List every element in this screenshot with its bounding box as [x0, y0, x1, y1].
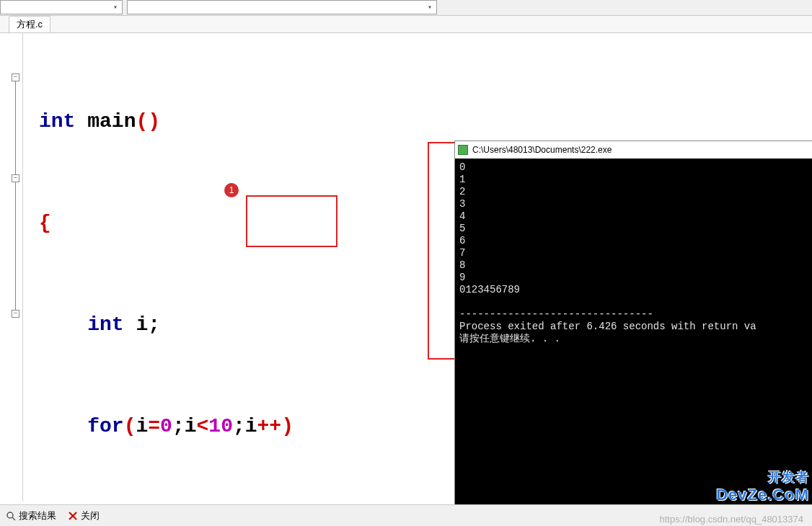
gutter: − − − — [0, 33, 23, 502]
fold-guide — [15, 182, 16, 312]
fold-minus-icon[interactable]: − — [12, 310, 19, 318]
fold-minus-icon[interactable]: − — [12, 174, 19, 182]
chevron-down-icon: ▾ — [425, 2, 435, 12]
fold-minus-icon[interactable]: − — [12, 73, 19, 81]
toolbar: ▾ ▾ — [0, 0, 812, 16]
watermark-url: https://blog.csdn.net/qq_48013374 — [660, 514, 804, 525]
close-icon — [68, 511, 78, 521]
console-body[interactable]: 0 1 2 3 4 5 6 7 8 9 0123456789 ---------… — [455, 159, 812, 348]
fold-guide — [15, 81, 16, 179]
app-icon — [458, 145, 468, 155]
svg-point-0 — [7, 512, 13, 518]
tab-bar: 方程.c — [0, 16, 812, 33]
code-line: int main() — [23, 104, 812, 138]
dropdown-1[interactable]: ▾ — [0, 0, 123, 14]
console-title-text: C:\Users\48013\Documents\222.exe — [472, 145, 612, 155]
watermark-logo: 开发者 DevZe.CoM — [716, 468, 809, 504]
svg-line-1 — [12, 517, 15, 520]
search-results-icon — [6, 511, 16, 521]
tab-file[interactable]: 方程.c — [9, 16, 50, 32]
annotation-marker: 1 — [224, 183, 239, 197]
status-tab-label: 搜索结果 — [19, 509, 56, 522]
dropdown-2[interactable]: ▾ — [127, 0, 437, 14]
status-tab-search-results[interactable]: 搜索结果 — [0, 507, 62, 525]
status-tab-close[interactable]: 关闭 — [62, 507, 105, 525]
chevron-down-icon: ▾ — [110, 2, 120, 12]
status-tab-label: 关闭 — [81, 509, 100, 522]
console-titlebar[interactable]: C:\Users\48013\Documents\222.exe — [455, 141, 812, 159]
